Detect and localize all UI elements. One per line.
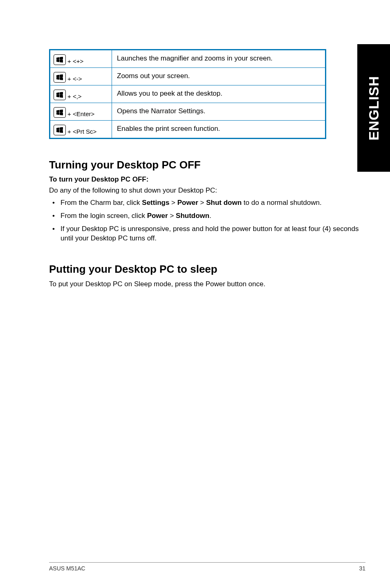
footer-page-number: 31 — [359, 565, 365, 572]
bold-text: Shutdown — [176, 212, 209, 220]
section-sleep-body: To put your Desktop PC on Sleep mode, pr… — [49, 280, 365, 289]
list-item: From the login screen, click Power > Shu… — [61, 211, 365, 221]
table-row: + <,>Allows you to peek at the desktop. — [50, 85, 326, 103]
bold-text: Shut down — [206, 199, 242, 206]
shortcuts-body: + <+>Launches the magnifier and zooms in… — [50, 50, 326, 139]
windows-key-icon — [54, 125, 66, 135]
bold-text: Power — [147, 212, 168, 220]
footer-model: ASUS M51AC — [49, 565, 85, 572]
side-language-label: ENGLISH — [366, 76, 382, 140]
table-row: + <->Zooms out your screen. — [50, 68, 326, 85]
bold-text: Settings — [142, 199, 169, 206]
section-turn-off-title: Turning your Desktop PC OFF — [49, 159, 365, 171]
section-turn-off-intro: Do any of the following to shut down you… — [49, 186, 365, 195]
section-turn-off-sub: To turn your Desktop PC OFF: — [49, 175, 365, 184]
list-item: From the Charm bar, click Settings > Pow… — [61, 198, 365, 208]
side-language-tab: ENGLISH — [357, 44, 390, 172]
windows-key-icon — [54, 54, 66, 65]
windows-key-icon — [54, 72, 66, 83]
shortcut-key-cell: + <Prt Sc> — [50, 121, 112, 139]
table-row: + <+>Launches the magnifier and zooms in… — [50, 50, 326, 68]
shortcut-desc-cell: Enables the print screen function. — [112, 121, 326, 139]
shortcut-desc-cell: Launches the magnifier and zooms in your… — [112, 50, 326, 68]
windows-key-icon — [54, 90, 66, 100]
shortcut-desc-cell: Opens the Narrator Settings. — [112, 103, 326, 121]
bold-text: Power — [177, 199, 198, 206]
table-row: + <Enter>Opens the Narrator Settings. — [50, 103, 326, 121]
shortcut-key-text: + <,> — [67, 93, 82, 100]
shortcut-key-text: + <+> — [67, 58, 83, 65]
shortcut-key-cell: + <+> — [50, 50, 112, 68]
shortcuts-table: + <+>Launches the magnifier and zooms in… — [49, 49, 326, 139]
shortcut-key-text: + <Prt Sc> — [67, 128, 96, 135]
shortcut-desc-cell: Zooms out your screen. — [112, 68, 326, 85]
page-footer: ASUS M51AC 31 — [49, 562, 365, 572]
list-item: If your Desktop PC is unresponsive, pres… — [61, 224, 365, 244]
shortcut-desc-cell: Allows you to peek at the desktop. — [112, 85, 326, 103]
shortcut-key-text: + <-> — [67, 75, 82, 83]
shortcut-key-cell: + <Enter> — [50, 103, 112, 121]
shortcut-key-cell: + <,> — [50, 85, 112, 103]
shortcut-key-cell: + <-> — [50, 68, 112, 85]
section-turn-off-list: From the Charm bar, click Settings > Pow… — [49, 198, 365, 243]
section-sleep-title: Putting your Desktop PC to sleep — [49, 263, 365, 276]
table-row: + <Prt Sc>Enables the print screen funct… — [50, 121, 326, 139]
shortcut-key-text: + <Enter> — [67, 110, 94, 118]
windows-key-icon — [54, 107, 66, 118]
page: ENGLISH + <+>Launches the magnifier and … — [0, 0, 390, 588]
